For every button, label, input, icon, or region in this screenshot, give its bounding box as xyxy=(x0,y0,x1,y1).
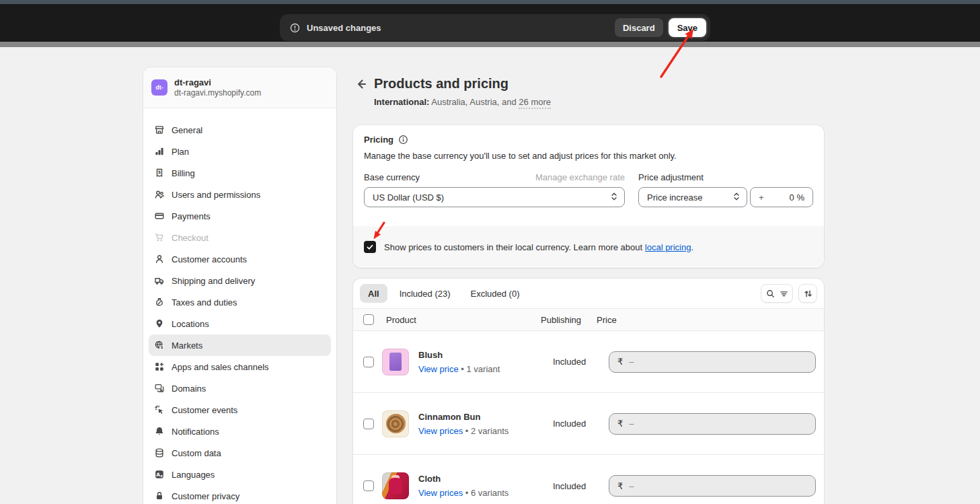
table-row-cinnamon-bun: Cinnamon BunView prices • 2 variantsIncl… xyxy=(353,393,824,455)
sidebar-item-label: Custom data xyxy=(172,448,221,458)
sidebar-item-billing[interactable]: $Billing xyxy=(149,162,331,184)
settings-sidebar: dt- dt-ragavi dt-ragavi.myshopify.com Ge… xyxy=(143,67,336,504)
table-row-blush: BlushView price • 1 variantIncluded₹– xyxy=(353,331,824,393)
more-regions-link[interactable]: 26 more xyxy=(519,97,551,109)
settings-nav: GeneralPlan$BillingUsers and permissions… xyxy=(143,108,336,504)
row-checkbox[interactable] xyxy=(363,419,374,429)
topbar: Unsaved changes Discard Save xyxy=(0,4,980,42)
svg-text:A: A xyxy=(156,472,160,478)
store-header: dt- dt-ragavi dt-ragavi.myshopify.com xyxy=(143,67,336,108)
sidebar-item-general[interactable]: General xyxy=(149,119,331,141)
sidebar-item-markets[interactable]: $Markets xyxy=(149,334,331,356)
sidebar-item-shipping-and-delivery[interactable]: Shipping and delivery xyxy=(149,270,331,291)
truck-icon xyxy=(154,275,165,286)
currency-prefix: ₹ xyxy=(617,357,623,367)
info-icon[interactable] xyxy=(398,135,408,145)
sidebar-item-label: General xyxy=(172,125,202,135)
select-all-checkbox[interactable] xyxy=(363,314,374,325)
apps-grid-icon xyxy=(154,361,165,372)
tab-excluded-0[interactable]: Excluded (0) xyxy=(463,284,528,303)
page-title: Products and pricing xyxy=(374,73,824,94)
location-pin-icon xyxy=(154,318,165,329)
product-thumbnail-cloth xyxy=(382,472,409,499)
market-regions: Australia, Austria, and xyxy=(431,97,516,107)
adjustment-percent-input[interactable]: + 0 % xyxy=(750,187,813,207)
base-currency-value: US Dollar (USD $) xyxy=(373,192,444,203)
users-icon xyxy=(154,189,165,200)
view-prices-link[interactable]: View prices xyxy=(418,488,463,498)
sidebar-item-custom-data[interactable]: Custom data xyxy=(149,442,331,464)
svg-text:$: $ xyxy=(158,170,161,175)
manage-exchange-rate-link: Manage exchange rate xyxy=(535,172,625,182)
sidebar-item-locations[interactable]: Locations xyxy=(149,313,331,334)
tab-all[interactable]: All xyxy=(360,284,387,303)
currency-prefix: ₹ xyxy=(617,481,623,491)
sidebar-item-label: Locations xyxy=(172,319,209,329)
sidebar-item-languages[interactable]: AzLanguages xyxy=(149,464,331,485)
row-checkbox[interactable] xyxy=(363,480,374,491)
sidebar-item-users-and-permissions[interactable]: Users and permissions xyxy=(149,184,331,205)
price-input[interactable]: ₹– xyxy=(609,413,816,435)
pricing-description: Manage the base currency you'll use to s… xyxy=(364,151,813,161)
products-table-card: AllIncluded (23)Excluded (0) Product Pub… xyxy=(353,279,824,504)
tax-bag-icon xyxy=(154,297,165,308)
variant-count: • 6 variants xyxy=(463,488,508,498)
svg-text:z: z xyxy=(160,474,162,478)
local-currency-text: Show prices to customers in their local … xyxy=(384,242,693,252)
publishing-status: Included xyxy=(553,419,609,429)
globe-dollar-icon: $ xyxy=(154,340,165,351)
view-prices-link[interactable]: View prices xyxy=(418,426,463,436)
price-input[interactable]: ₹– xyxy=(609,475,816,497)
sort-button[interactable] xyxy=(798,284,817,303)
store-avatar: dt- xyxy=(151,79,167,96)
payment-card-icon xyxy=(154,211,165,221)
sidebar-item-label: Payments xyxy=(172,211,211,221)
alert-circle-icon xyxy=(289,22,301,34)
sidebar-item-label: Checkout xyxy=(172,233,209,243)
bell-icon xyxy=(154,426,165,437)
sidebar-item-label: Markets xyxy=(172,340,202,351)
price-input[interactable]: ₹– xyxy=(609,351,816,373)
save-button[interactable]: Save xyxy=(669,18,706,37)
table-body: BlushView price • 1 variantIncluded₹–Cin… xyxy=(353,331,824,504)
tab-included-23[interactable]: Included (23) xyxy=(391,284,459,303)
chevron-updown-icon xyxy=(732,191,741,204)
sidebar-item-label: Domains xyxy=(172,384,206,394)
sidebar-item-checkout: Checkout xyxy=(149,227,331,248)
publishing-status: Included xyxy=(553,357,609,367)
currency-prefix: ₹ xyxy=(617,419,623,429)
sidebar-item-plan[interactable]: Plan xyxy=(149,141,331,162)
base-currency-select[interactable]: US Dollar (USD $) xyxy=(364,187,625,207)
search-icon xyxy=(765,289,776,299)
variant-count: • 1 variant xyxy=(459,364,500,374)
discard-button[interactable]: Discard xyxy=(615,18,663,37)
svg-text:$: $ xyxy=(161,345,163,349)
table-tabs: AllIncluded (23)Excluded (0) xyxy=(353,279,824,308)
product-thumbnail-cinnamon-bun xyxy=(382,410,409,437)
sidebar-item-apps-and-sales-channels[interactable]: Apps and sales channels xyxy=(149,356,331,377)
chevron-updown-icon xyxy=(610,191,618,204)
back-arrow-icon[interactable] xyxy=(354,77,368,91)
sidebar-item-customer-privacy[interactable]: Customer privacy xyxy=(149,485,331,504)
store-domain: dt-ragavi.myshopify.com xyxy=(174,88,261,98)
sidebar-item-customer-events[interactable]: Customer events xyxy=(149,399,331,421)
sidebar-item-payments[interactable]: Payments xyxy=(149,205,331,227)
unsaved-changes-bar: Unsaved changes Discard Save xyxy=(280,14,710,41)
unsaved-changes-label: Unsaved changes xyxy=(307,23,381,33)
search-filter-button[interactable] xyxy=(761,284,793,303)
row-checkbox[interactable] xyxy=(363,357,374,367)
sidebar-item-label: Notifications xyxy=(172,427,219,437)
price-adjustment-label: Price adjustment xyxy=(638,172,704,182)
store-icon xyxy=(154,124,165,135)
view-prices-link[interactable]: View price xyxy=(418,364,459,374)
local-pricing-link[interactable]: local pricing xyxy=(645,242,691,252)
sidebar-item-domains[interactable]: Domains xyxy=(149,377,331,399)
price-adjustment-select[interactable]: Price increase xyxy=(638,187,747,207)
local-currency-checkbox[interactable] xyxy=(364,241,376,253)
sidebar-item-notifications[interactable]: Notifications xyxy=(149,421,331,442)
sidebar-item-customer-accounts[interactable]: Customer accounts xyxy=(149,248,331,270)
sidebar-item-taxes-and-duties[interactable]: Taxes and duties xyxy=(149,291,331,313)
cart-icon xyxy=(154,232,165,243)
plan-chart-icon xyxy=(154,146,165,157)
price-placeholder: – xyxy=(629,419,634,429)
